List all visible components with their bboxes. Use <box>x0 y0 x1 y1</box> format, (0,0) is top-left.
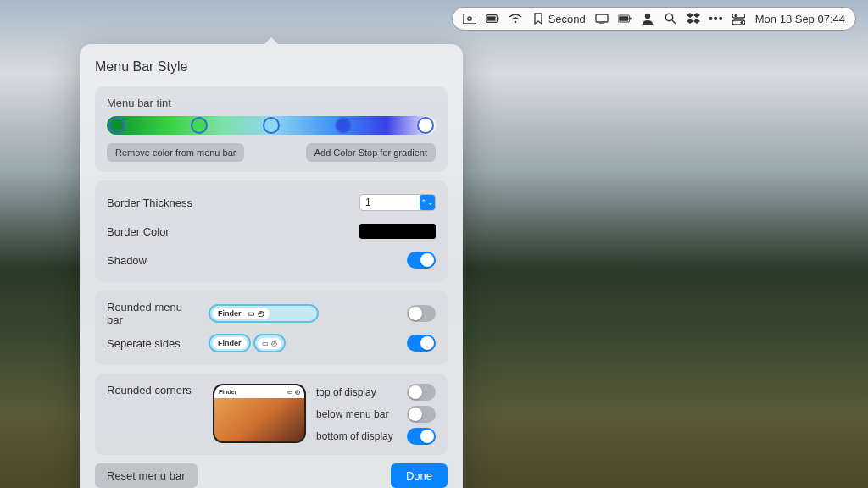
border-thickness-select[interactable]: 1 ⌃⌄ <box>359 194 436 211</box>
rounded-menubar-label: Rounded menu bar <box>107 301 200 326</box>
color-stop-2[interactable] <box>263 117 280 134</box>
svg-rect-6 <box>596 14 608 22</box>
user-silhouette-icon[interactable] <box>641 12 654 25</box>
battery-icon[interactable] <box>618 12 632 25</box>
camera-icon[interactable] <box>463 12 476 25</box>
system-menubar: Second ••• Mon 18 Sep 07:44 <box>452 7 856 30</box>
color-stop-4[interactable] <box>417 117 434 134</box>
separate-sides-label: Seperate sides <box>107 337 200 350</box>
color-stop-3[interactable] <box>335 117 352 134</box>
svg-line-13 <box>672 20 676 24</box>
battery-menu-icon[interactable] <box>486 12 499 25</box>
rounded-section: Rounded menu bar Finder ▭ ◴ Seperate sid… <box>95 291 448 365</box>
second-item[interactable]: Second <box>531 12 586 25</box>
more-icon[interactable]: ••• <box>709 12 723 25</box>
separate-sides-preview: Finder ▭◴ <box>209 334 319 352</box>
wifi-icon[interactable] <box>509 12 522 25</box>
tint-label: Menu bar tint <box>107 97 436 109</box>
search-icon[interactable] <box>664 12 677 25</box>
svg-point-15 <box>735 14 737 16</box>
svg-point-17 <box>741 20 743 23</box>
separate-sides-toggle[interactable] <box>407 335 436 352</box>
border-thickness-label: Border Thickness <box>107 197 192 209</box>
chevron-updown-icon: ⌃⌄ <box>420 195 435 210</box>
dropbox-icon[interactable] <box>687 12 700 25</box>
rounded-corners-label: Rounded corners <box>107 384 204 445</box>
corner-below-toggle[interactable] <box>407 406 436 423</box>
svg-rect-10 <box>630 17 632 19</box>
corner-bottom-label: bottom of display <box>316 430 393 442</box>
svg-rect-16 <box>732 20 745 25</box>
corner-below-label: below menu bar <box>316 408 388 420</box>
finder-preview-label: Finder <box>218 309 242 318</box>
corner-bottom-toggle[interactable] <box>407 428 436 445</box>
svg-point-1 <box>467 17 470 20</box>
control-center-icon[interactable] <box>732 12 746 25</box>
svg-rect-0 <box>463 14 476 24</box>
menubar-datetime[interactable]: Mon 18 Sep 07:44 <box>755 13 845 25</box>
svg-rect-9 <box>619 16 628 21</box>
corners-preview: Finder▭ ◴ <box>213 384 306 443</box>
menubar-style-panel: Menu Bar Style Menu bar tint Remove colo… <box>80 44 463 488</box>
add-color-stop-button[interactable]: Add Color Stop for gradient <box>306 143 436 162</box>
shadow-toggle[interactable] <box>407 252 436 269</box>
svg-point-12 <box>665 14 672 20</box>
panel-footer: Reset menu bar Done <box>95 463 448 488</box>
panel-title: Menu Bar Style <box>95 59 448 75</box>
reset-menubar-button[interactable]: Reset menu bar <box>95 463 198 488</box>
svg-rect-14 <box>732 14 745 18</box>
corners-section: Rounded corners Finder▭ ◴ top of display… <box>95 374 448 455</box>
tint-section: Menu bar tint Remove color from menu bar… <box>95 86 448 172</box>
border-color-label: Border Color <box>107 225 170 238</box>
svg-rect-4 <box>497 17 498 20</box>
shadow-label: Shadow <box>107 254 147 267</box>
corner-top-label: top of display <box>316 386 376 398</box>
svg-rect-3 <box>487 16 495 20</box>
gradient-track[interactable] <box>107 116 436 135</box>
color-stop-0[interactable] <box>108 117 125 134</box>
corner-top-toggle[interactable] <box>407 384 436 401</box>
remove-color-button[interactable]: Remove color from menu bar <box>107 143 244 162</box>
display-icon[interactable] <box>595 12 609 25</box>
bookmark-icon <box>531 12 545 25</box>
rounded-menubar-preview: Finder ▭ ◴ <box>209 304 319 323</box>
svg-point-11 <box>645 14 650 19</box>
border-color-swatch[interactable] <box>359 224 436 239</box>
svg-point-5 <box>514 21 516 24</box>
border-thickness-value: 1 <box>365 197 371 208</box>
color-stop-1[interactable] <box>191 117 208 134</box>
second-label: Second <box>548 13 586 25</box>
border-section: Border Thickness 1 ⌃⌄ Border Color Shado… <box>95 180 448 282</box>
rounded-menubar-toggle[interactable] <box>407 305 436 322</box>
done-button[interactable]: Done <box>391 463 448 488</box>
